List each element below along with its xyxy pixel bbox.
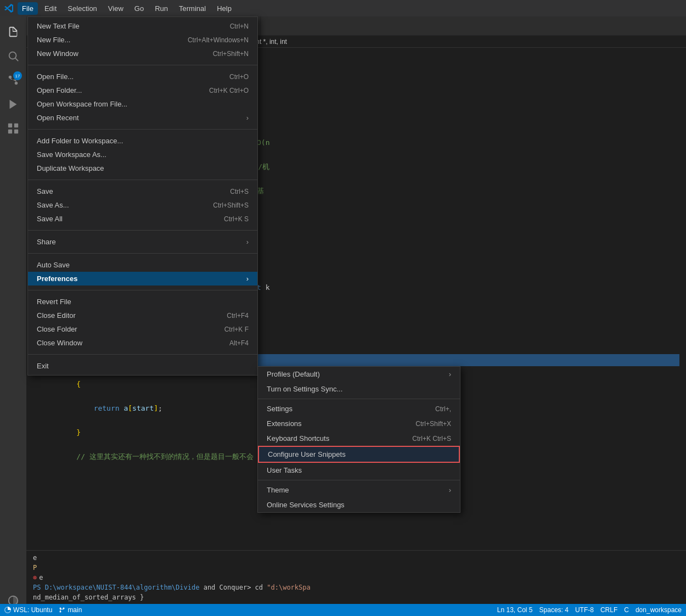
status-lang[interactable]: C bbox=[624, 606, 629, 614]
edit-menu-item[interactable]: Edit bbox=[40, 2, 61, 15]
status-eol[interactable]: CRLF bbox=[600, 606, 617, 614]
go-menu-item[interactable]: Go bbox=[130, 2, 148, 15]
exit-item[interactable]: Exit bbox=[28, 359, 257, 373]
menu-section-exit: Exit bbox=[28, 357, 257, 375]
revert-file-item[interactable]: Revert File bbox=[28, 295, 257, 309]
status-ln-col[interactable]: Ln 13, Col 5 bbox=[497, 606, 533, 614]
preferences-arrow: › bbox=[246, 275, 249, 283]
menu-divider-2 bbox=[28, 129, 257, 130]
save-as-item[interactable]: Save As... Ctrl+Shift+S bbox=[28, 198, 257, 212]
share-arrow: › bbox=[246, 238, 249, 246]
open-file-item[interactable]: Open File... Ctrl+O bbox=[28, 70, 257, 83]
theme-arrow: › bbox=[449, 486, 451, 494]
preferences-submenu: Profiles (Default) › Turn on Settings Sy… bbox=[257, 366, 460, 513]
open-recent-item[interactable]: Open Recent › bbox=[28, 111, 257, 125]
new-text-file-item[interactable]: New Text File Ctrl+N bbox=[28, 19, 257, 33]
open-workspace-item[interactable]: Open Workspace from File... bbox=[28, 97, 257, 111]
status-encoding[interactable]: UTF-8 bbox=[575, 606, 594, 614]
share-label: Share bbox=[37, 238, 56, 246]
save-all-item[interactable]: Save All Ctrl+K S bbox=[28, 212, 257, 226]
close-window-label: Close Window bbox=[37, 339, 82, 347]
remote-text: WSL: Ubuntu bbox=[13, 606, 52, 614]
open-workspace-label: Open Workspace from File... bbox=[37, 100, 127, 108]
new-file-item[interactable]: New File... Ctrl+Alt+Windows+N bbox=[28, 33, 257, 47]
menu-divider-6 bbox=[28, 290, 257, 290]
extensions-item[interactable]: Extensions Ctrl+Shift+X bbox=[258, 416, 460, 431]
svg-rect-4 bbox=[14, 124, 18, 127]
close-editor-item[interactable]: Close Editor Ctrl+F4 bbox=[28, 309, 257, 322]
settings-item[interactable]: Settings Ctrl+, bbox=[258, 401, 460, 416]
workspace-text: don_workspace bbox=[636, 606, 682, 614]
profiles-label: Profiles (Default) bbox=[267, 370, 320, 378]
run-debug-activity-icon[interactable] bbox=[2, 93, 24, 115]
profiles-item[interactable]: Profiles (Default) › bbox=[258, 367, 460, 382]
ln-col-text: Ln 13, Col 5 bbox=[497, 606, 533, 614]
status-remote[interactable]: WSL: Ubuntu bbox=[4, 606, 52, 614]
svg-marker-2 bbox=[10, 100, 17, 109]
menu-divider-1 bbox=[28, 65, 257, 65]
menu-section-open: Open File... Ctrl+O Open Folder... Ctrl+… bbox=[28, 68, 257, 127]
new-file-shortcut: Ctrl+Alt+Windows+N bbox=[188, 36, 249, 44]
terminal-line-5: nd_median_of_sorted_arrays } bbox=[33, 592, 679, 602]
close-folder-shortcut: Ctrl+K F bbox=[224, 326, 249, 333]
profiles-arrow: › bbox=[449, 370, 451, 378]
open-recent-label: Open Recent bbox=[37, 114, 79, 122]
auto-save-item[interactable]: Auto Save bbox=[28, 258, 257, 272]
close-folder-item[interactable]: Close Folder Ctrl+K F bbox=[28, 322, 257, 336]
file-menu-dropdown: New Text File Ctrl+N New File... Ctrl+Al… bbox=[27, 16, 258, 376]
view-menu-item[interactable]: View bbox=[104, 2, 128, 15]
status-right: Ln 13, Col 5 Spaces: 4 UTF-8 CRLF C don_… bbox=[497, 606, 682, 614]
save-workspace-item[interactable]: Save Workspace As... bbox=[28, 148, 257, 161]
svg-rect-3 bbox=[8, 124, 12, 127]
svg-point-12 bbox=[60, 611, 61, 613]
keyboard-shortcuts-item[interactable]: Keyboard Shortcuts Ctrl+K Ctrl+S bbox=[258, 431, 460, 446]
user-tasks-item[interactable]: User Tasks bbox=[258, 463, 460, 478]
preferences-item[interactable]: Preferences › bbox=[28, 272, 257, 285]
selection-menu-item[interactable]: Selection bbox=[63, 2, 101, 15]
close-folder-label: Close Folder bbox=[37, 325, 77, 333]
open-folder-item[interactable]: Open Folder... Ctrl+K Ctrl+O bbox=[28, 83, 257, 97]
user-tasks-label: User Tasks bbox=[267, 466, 302, 474]
settings-sync-item[interactable]: Turn on Settings Sync... bbox=[258, 382, 460, 396]
add-folder-label: Add Folder to Workspace... bbox=[37, 137, 123, 145]
close-window-item[interactable]: Close Window Alt+F4 bbox=[28, 336, 257, 350]
close-window-shortcut: Alt+F4 bbox=[229, 339, 249, 347]
terminal-menu-item[interactable]: Terminal bbox=[175, 2, 210, 15]
online-services-item[interactable]: Online Services Settings bbox=[258, 497, 460, 512]
status-branch[interactable]: main bbox=[59, 606, 82, 614]
source-control-activity-icon[interactable]: 17 bbox=[2, 69, 24, 91]
save-as-label: Save As... bbox=[37, 201, 69, 209]
save-all-label: Save All bbox=[37, 215, 63, 223]
new-window-item[interactable]: New Window Ctrl+Shift+N bbox=[28, 47, 257, 60]
open-recent-arrow: › bbox=[246, 114, 249, 122]
status-workspace[interactable]: don_workspace bbox=[636, 606, 682, 614]
configure-snippets-item[interactable]: Configure User Snippets bbox=[258, 446, 460, 463]
add-folder-item[interactable]: Add Folder to Workspace... bbox=[28, 134, 257, 148]
lang-text: C bbox=[624, 606, 629, 614]
encoding-text: UTF-8 bbox=[575, 606, 594, 614]
menu-divider-7 bbox=[28, 354, 257, 355]
share-item[interactable]: Share › bbox=[28, 235, 257, 249]
terminal-line-4: PS D:\workspace\NUIST-844\algorithm\Divi… bbox=[33, 583, 679, 592]
theme-label: Theme bbox=[267, 486, 289, 494]
menu-section-workspace: Add Folder to Workspace... Save Workspac… bbox=[28, 132, 257, 177]
open-folder-label: Open Folder... bbox=[37, 86, 82, 94]
help-menu-item[interactable]: Help bbox=[212, 2, 236, 15]
new-window-shortcut: Ctrl+Shift+N bbox=[213, 50, 249, 58]
status-spaces[interactable]: Spaces: 4 bbox=[539, 606, 569, 614]
file-menu-item[interactable]: File bbox=[18, 2, 38, 15]
save-item[interactable]: Save Ctrl+S bbox=[28, 184, 257, 198]
svg-line-1 bbox=[15, 58, 18, 61]
submenu-divider-1 bbox=[258, 399, 460, 399]
theme-item[interactable]: Theme › bbox=[258, 483, 460, 497]
extensions-activity-icon[interactable] bbox=[2, 117, 24, 139]
menu-section-new: New Text File Ctrl+N New File... Ctrl+Al… bbox=[28, 17, 257, 63]
new-file-label: New File... bbox=[37, 36, 70, 44]
duplicate-workspace-item[interactable]: Duplicate Workspace bbox=[28, 161, 257, 175]
vscode-icon bbox=[4, 4, 13, 13]
explorer-icon[interactable] bbox=[2, 21, 24, 43]
new-text-file-shortcut: Ctrl+N bbox=[230, 23, 249, 30]
run-menu-item[interactable]: Run bbox=[150, 2, 172, 15]
branch-text: main bbox=[68, 606, 82, 614]
search-activity-icon[interactable] bbox=[2, 45, 24, 67]
